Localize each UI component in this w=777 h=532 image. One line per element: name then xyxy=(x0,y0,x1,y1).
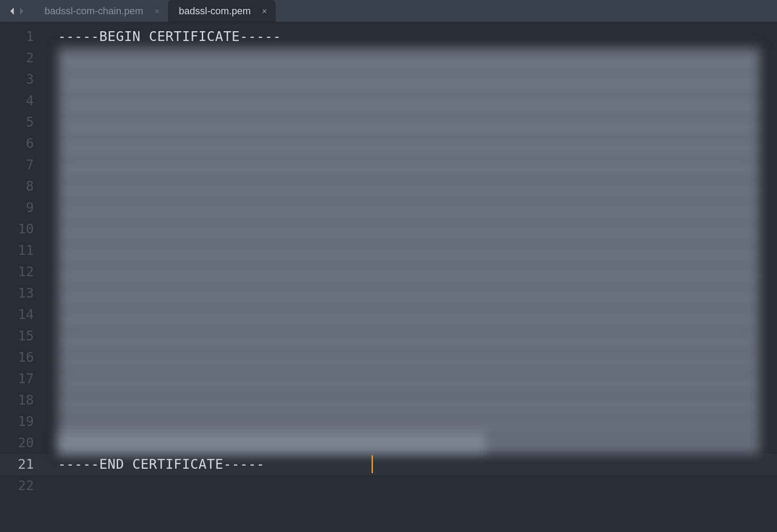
chevron-left-icon xyxy=(10,8,15,15)
code-area[interactable]: -----BEGIN CERTIFICATE----------END CERT… xyxy=(45,22,777,532)
code-line[interactable]: -----BEGIN CERTIFICATE----- xyxy=(58,26,777,47)
nav-back-button[interactable] xyxy=(9,8,16,15)
line-number: 6 xyxy=(0,133,34,154)
obscured-content xyxy=(58,47,760,454)
close-icon[interactable]: × xyxy=(153,7,161,15)
text-cursor xyxy=(372,455,373,473)
tab-inactive[interactable]: badssl-com-chain.pem × xyxy=(34,0,168,22)
line-number: 3 xyxy=(0,69,34,90)
line-number: 19 xyxy=(0,411,34,432)
line-number: 13 xyxy=(0,282,34,304)
svg-marker-1 xyxy=(20,8,24,15)
line-number: 2 xyxy=(0,47,34,69)
line-number: 22 xyxy=(0,475,34,496)
line-number: 12 xyxy=(0,261,34,282)
code-line[interactable] xyxy=(58,475,777,496)
tab-active[interactable]: badssl-com.pem × xyxy=(168,0,275,22)
nav-arrows xyxy=(9,8,25,15)
line-number: 16 xyxy=(0,347,34,368)
line-number: 8 xyxy=(0,176,34,197)
code-line[interactable]: -----END CERTIFICATE----- xyxy=(45,454,777,475)
line-number: 11 xyxy=(0,240,34,261)
close-icon[interactable]: × xyxy=(261,7,269,15)
line-number: 15 xyxy=(0,325,34,347)
tab-label: badssl-com.pem xyxy=(179,5,250,17)
titlebar: badssl-com-chain.pem × badssl-com.pem × xyxy=(0,0,777,22)
nav-forward-button[interactable] xyxy=(18,8,25,15)
line-number: 5 xyxy=(0,111,34,133)
line-number: 20 xyxy=(0,432,34,454)
gutter: 12345678910111213141516171819202122 xyxy=(0,22,45,532)
line-number: 21 xyxy=(0,454,45,475)
line-number: 18 xyxy=(0,389,34,411)
line-number: 7 xyxy=(0,154,34,176)
chevron-right-icon xyxy=(19,8,24,15)
tab-label: badssl-com-chain.pem xyxy=(45,5,143,17)
obscured-content-tail xyxy=(58,432,486,454)
line-number: 14 xyxy=(0,304,34,325)
line-number: 17 xyxy=(0,368,34,389)
line-number: 10 xyxy=(0,218,34,240)
svg-marker-0 xyxy=(10,8,14,15)
tab-bar: badssl-com-chain.pem × badssl-com.pem × xyxy=(34,0,276,22)
line-number: 4 xyxy=(0,90,34,111)
line-number: 1 xyxy=(0,26,34,47)
line-number: 9 xyxy=(0,197,34,218)
editor[interactable]: 12345678910111213141516171819202122 ----… xyxy=(0,22,777,532)
